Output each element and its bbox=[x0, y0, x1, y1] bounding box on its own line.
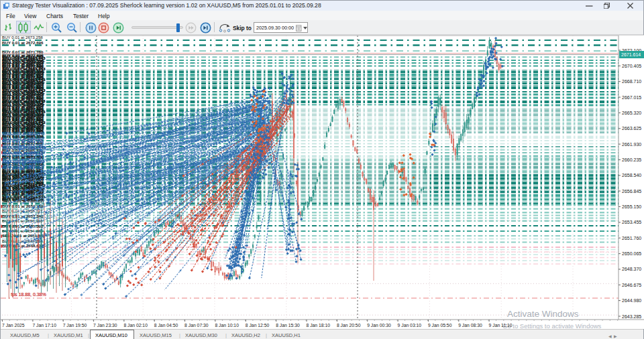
svg-text:2660.235: 2660.235 bbox=[622, 157, 641, 162]
svg-text:2667.015: 2667.015 bbox=[622, 95, 641, 100]
svg-text:2661.930: 2661.930 bbox=[622, 142, 641, 147]
svg-text:2656.845: 2656.845 bbox=[622, 189, 641, 194]
svg-text:7 Jan 23:30: 7 Jan 23:30 bbox=[93, 323, 117, 328]
svg-text:2665.320: 2665.320 bbox=[622, 111, 641, 115]
svg-text:2648.370: 2648.370 bbox=[622, 267, 641, 271]
svg-text:8 Jan 12:50: 8 Jan 12:50 bbox=[246, 323, 270, 328]
svg-text:8 Jan 07:30: 8 Jan 07:30 bbox=[184, 323, 209, 328]
svg-text:2658.540: 2658.540 bbox=[622, 173, 641, 178]
svg-text:2655.150: 2655.150 bbox=[622, 204, 641, 209]
svg-text:2663.625: 2663.625 bbox=[622, 126, 641, 131]
svg-text:8 Jan 02:10: 8 Jan 02:10 bbox=[123, 323, 148, 328]
svg-text:7 Jan 17:10: 7 Jan 17:10 bbox=[32, 323, 56, 328]
svg-text:2646.675: 2646.675 bbox=[622, 283, 641, 287]
svg-text:BUY 0.01 at 2657.340: BUY 0.01 at 2657.340 bbox=[2, 214, 44, 218]
svg-text:2651.760: 2651.760 bbox=[622, 236, 641, 241]
svg-text:7 Jan 2025: 7 Jan 2025 bbox=[2, 323, 25, 328]
svg-text:9 Jan 11:10: 9 Jan 11:10 bbox=[489, 323, 513, 328]
svg-text:8 Jan 20:50: 8 Jan 20:50 bbox=[337, 323, 361, 328]
svg-text:BUY 0.01 at 2655.301: BUY 0.01 at 2655.301 bbox=[2, 224, 44, 228]
svg-text:9 Jan 00:30: 9 Jan 00:30 bbox=[367, 323, 391, 328]
svg-text:8 Jan 15:30: 8 Jan 15:30 bbox=[276, 323, 300, 328]
svg-text:2650.065: 2650.065 bbox=[622, 251, 641, 256]
svg-text:Activate Windows: Activate Windows bbox=[507, 309, 579, 319]
svg-text:fps 18.88, 0.38%: fps 18.88, 0.38% bbox=[11, 292, 47, 297]
svg-text:2671.614: 2671.614 bbox=[621, 52, 641, 57]
svg-text:9 Jan 05:50: 9 Jan 05:50 bbox=[428, 323, 452, 328]
svg-text:8 Jan 04:50: 8 Jan 04:50 bbox=[154, 323, 178, 328]
svg-text:8 Jan 18:10: 8 Jan 18:10 bbox=[307, 323, 331, 328]
svg-text:9 Jan 03:10: 9 Jan 03:10 bbox=[398, 323, 422, 328]
svg-text:2644.980: 2644.980 bbox=[622, 298, 641, 303]
svg-text:2653.455: 2653.455 bbox=[622, 220, 641, 224]
svg-text:BUY 0.01 at 2658.727: BUY 0.01 at 2658.727 bbox=[2, 208, 43, 213]
svg-text:BUY 0.01 at 2672.696: BUY 0.01 at 2672.696 bbox=[2, 40, 44, 45]
svg-text:9 Jan 08:30: 9 Jan 08:30 bbox=[458, 323, 482, 328]
svg-text:7 Jan 19:50: 7 Jan 19:50 bbox=[63, 323, 87, 328]
svg-text:2643.285: 2643.285 bbox=[622, 314, 641, 319]
svg-text:BUY 0.01 at 2659.389: BUY 0.01 at 2659.389 bbox=[2, 204, 44, 208]
svg-text:8 Jan 10:10: 8 Jan 10:10 bbox=[215, 323, 239, 328]
svg-text:2670.405: 2670.405 bbox=[622, 64, 641, 68]
svg-text:2668.710: 2668.710 bbox=[622, 79, 641, 84]
